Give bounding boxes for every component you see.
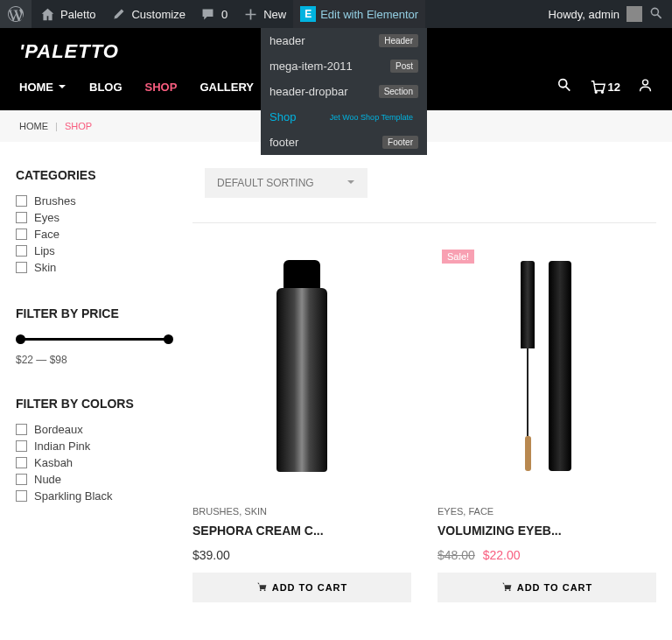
shop-content: DEFAULT SORTING BRUSHES, SKIN SEPHORA CR… — [192, 168, 656, 602]
user-icon[interactable] — [638, 78, 653, 96]
sale-badge: Sale! — [442, 250, 474, 264]
customize-label: Customize — [131, 8, 185, 21]
color-label: Sparkling Black — [34, 489, 113, 503]
ed-item-label: footer — [270, 136, 298, 149]
comments-count: 0 — [221, 8, 228, 21]
category-item[interactable]: Brushes — [16, 193, 173, 209]
category-label: Lips — [34, 244, 55, 257]
wp-admin-bar: Paletto Customize 0 New E Edit with Elem… — [0, 0, 672, 28]
widget-title: FILTER BY COLORS — [16, 397, 173, 411]
color-label: Bordeaux — [34, 423, 83, 436]
add-to-cart-button[interactable]: ADD TO CART — [192, 573, 411, 602]
search-icon[interactable] — [556, 77, 572, 96]
sort-label: DEFAULT SORTING — [217, 177, 314, 189]
search-icon[interactable] — [649, 6, 663, 23]
checkbox-icon — [16, 440, 27, 452]
svg-point-3 — [260, 589, 262, 591]
elementor-label: Edit with Elementor — [320, 8, 418, 21]
checkbox-icon — [16, 474, 27, 485]
checkbox-icon — [16, 245, 27, 257]
category-label: Face — [34, 228, 60, 241]
svg-point-1 — [601, 91, 603, 93]
add-to-cart-label: ADD TO CART — [272, 582, 348, 593]
nav-blog[interactable]: BLOG — [89, 81, 122, 94]
color-item[interactable]: Sparkling Black — [16, 488, 173, 504]
checkbox-icon — [16, 490, 27, 502]
product-categories[interactable]: BRUSHES, SKIN — [192, 506, 411, 517]
product-title[interactable]: SEPHORA CREAM C... — [192, 524, 411, 538]
svg-point-6 — [508, 589, 510, 591]
elementor-dd-item[interactable]: footer Footer — [261, 130, 427, 155]
color-label: Kasbah — [34, 456, 73, 469]
brush-icon — [109, 5, 127, 23]
product-card: BRUSHES, SKIN SEPHORA CREAM C... $39.00 … — [192, 241, 411, 602]
product-categories[interactable]: EYES, FACE — [438, 506, 656, 517]
old-price: $48.00 — [438, 548, 475, 562]
ed-item-badge: Section — [379, 85, 418, 98]
nav-shop[interactable]: SHOP — [145, 81, 178, 94]
plus-icon — [242, 5, 259, 23]
category-item[interactable]: Face — [16, 226, 173, 243]
add-to-cart-button[interactable]: ADD TO CART — [438, 573, 656, 602]
elementor-icon: E — [300, 6, 316, 22]
chevron-down-icon — [58, 81, 66, 94]
breadcrumb-sep: | — [55, 121, 58, 131]
slider-handle-min[interactable] — [16, 334, 25, 344]
nav-home-label: HOME — [19, 81, 53, 94]
chevron-down-icon — [346, 177, 355, 189]
avatar-icon[interactable] — [626, 6, 642, 22]
new-link[interactable]: New — [234, 0, 293, 28]
howdy-label[interactable]: Howdy, admin — [549, 8, 620, 21]
color-item[interactable]: Nude — [16, 471, 173, 488]
wp-logo[interactable] — [0, 0, 32, 28]
category-label: Skin — [34, 261, 56, 274]
product-price: $39.00 — [192, 548, 411, 562]
widget-title: FILTER BY PRICE — [16, 306, 173, 320]
comment-icon — [200, 5, 217, 23]
sidebar: CATEGORIES Brushes Eyes Face Lips Skin F… — [16, 168, 173, 602]
product-image[interactable] — [192, 241, 411, 490]
customize-link[interactable]: Customize — [102, 0, 192, 28]
widget-colors: FILTER BY COLORS Bordeaux Indian Pink Ka… — [16, 397, 173, 504]
ed-item-badge: Footer — [382, 136, 418, 149]
comments-link[interactable]: 0 — [192, 0, 234, 28]
nav-home[interactable]: HOME — [19, 81, 66, 94]
color-item[interactable]: Kasbah — [16, 454, 173, 471]
ed-item-badge: Jet Woo Shop Template — [325, 111, 418, 123]
price-slider[interactable] — [18, 338, 171, 341]
category-item[interactable]: Lips — [16, 243, 173, 259]
slider-handle-max[interactable] — [164, 334, 173, 344]
widget-categories: CATEGORIES Brushes Eyes Face Lips Skin — [16, 168, 173, 276]
color-item[interactable]: Indian Pink — [16, 438, 173, 454]
nav-gallery[interactable]: GALLERY — [200, 81, 254, 94]
color-label: Indian Pink — [34, 440, 90, 453]
color-item[interactable]: Bordeaux — [16, 421, 173, 438]
color-label: Nude — [34, 473, 61, 486]
ed-item-badge: Header — [379, 34, 418, 47]
cart-link[interactable]: 12 — [590, 79, 620, 95]
widget-price-filter: FILTER BY PRICE $22 — $98 — [16, 306, 173, 366]
category-item[interactable]: Eyes — [16, 209, 173, 226]
new-label: New — [263, 8, 286, 21]
category-label: Brushes — [34, 194, 76, 207]
checkbox-icon — [16, 424, 27, 435]
elementor-link[interactable]: E Edit with Elementor — [293, 0, 425, 28]
elementor-dd-item-active[interactable]: Shop Jet Woo Shop Template — [261, 104, 427, 130]
product-card: Sale! EYES, FACE VOLUMIZING EYEB... $48.… — [438, 241, 656, 602]
svg-point-4 — [263, 589, 265, 591]
elementor-dd-item[interactable]: header Header — [261, 28, 427, 53]
ed-item-badge: Post — [390, 60, 418, 73]
wordpress-icon — [7, 5, 24, 23]
product-image[interactable]: Sale! — [438, 241, 656, 490]
breadcrumb-home[interactable]: HOME — [19, 121, 48, 131]
svg-point-2 — [643, 80, 648, 85]
elementor-dd-item[interactable]: header-dropbar Section — [261, 79, 427, 104]
ed-item-label: Shop — [270, 110, 296, 123]
category-item[interactable]: Skin — [16, 259, 173, 276]
checkbox-icon — [16, 262, 27, 273]
sort-select[interactable]: DEFAULT SORTING — [205, 168, 368, 198]
site-name-link[interactable]: Paletto — [32, 0, 102, 28]
elementor-dd-item[interactable]: mega-item-2011 Post — [261, 53, 427, 79]
product-title[interactable]: VOLUMIZING EYEB... — [438, 524, 656, 538]
checkbox-icon — [16, 195, 27, 207]
